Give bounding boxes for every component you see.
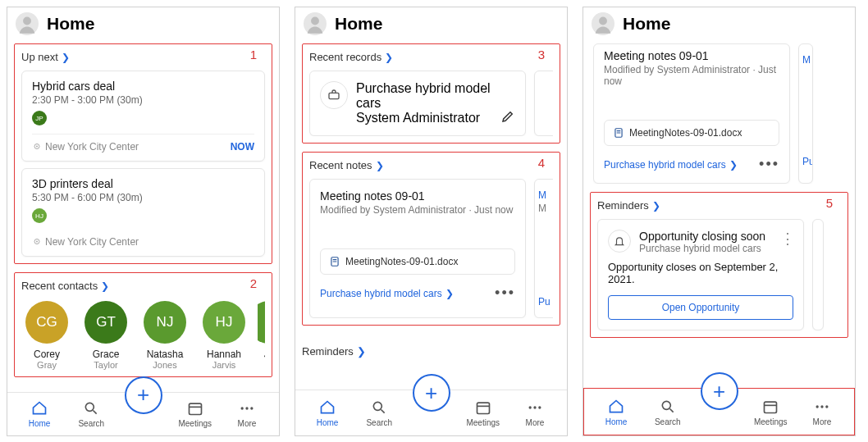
svg-point-6 xyxy=(86,403,94,412)
calendar-icon xyxy=(761,398,779,416)
svg-point-10 xyxy=(250,408,253,410)
search-icon xyxy=(370,399,388,417)
contact-avatar: HJ xyxy=(203,301,245,344)
location-row: New York City Center xyxy=(32,141,139,153)
annotation-1: 1 xyxy=(250,48,257,62)
upnext-title: 3D printers deal xyxy=(32,177,254,190)
device-screen-3: Home Meeting notes 09-01 Modified by Sys… xyxy=(582,7,856,436)
home-icon xyxy=(607,398,625,416)
page-title: Home xyxy=(47,14,94,34)
note-link[interactable]: Purchase hybrid model cars ❯ xyxy=(604,159,738,171)
svg-point-27 xyxy=(825,405,828,408)
note-attachment[interactable]: MeetingNotes-09-01.docx xyxy=(320,248,515,275)
nav-label: More xyxy=(526,418,545,427)
note-card[interactable]: Meeting notes 09-01 Modified by System A… xyxy=(309,179,526,318)
contact-first: Natasha xyxy=(147,349,184,360)
edit-icon[interactable] xyxy=(500,109,515,127)
search-icon xyxy=(82,399,100,417)
reminder-card[interactable]: ⋮ Opportunity closing soon Purchase hybr… xyxy=(597,219,804,330)
more-icon xyxy=(526,399,544,417)
svg-point-8 xyxy=(241,408,244,410)
chevron-right-icon: ❯ xyxy=(357,345,366,358)
note-link[interactable]: Purchase hybrid model cars ❯ xyxy=(320,288,454,299)
recent-records-header[interactable]: Recent records ❯ xyxy=(309,51,393,63)
up-next-header[interactable]: Up next ❯ xyxy=(21,51,70,63)
reminders-section: 5 Reminders ❯ ⋮ Opportunity closing soon… xyxy=(590,192,848,338)
bottom-nav-annotated: 6 Home Search Meetings xyxy=(583,388,855,435)
recent-notes-label: Recent notes xyxy=(309,159,372,171)
app-header: Home xyxy=(583,7,855,40)
annotation-3: 3 xyxy=(538,48,545,62)
reminders-header-peek[interactable]: Reminders ❯ xyxy=(302,345,366,358)
reminders-label: Reminders xyxy=(302,345,354,358)
more-menu-icon[interactable]: ••• xyxy=(495,285,515,302)
note-card-peek[interactable]: M Pu xyxy=(798,43,813,184)
user-avatar-icon[interactable] xyxy=(16,12,39,35)
contact-item[interactable]: NJ Natasha Jones xyxy=(139,301,190,370)
attendee-avatar: HJ xyxy=(32,208,47,223)
chevron-right-icon: ❯ xyxy=(445,288,454,299)
up-next-section: 1 Up next ❯ Hybrid cars deal 2:30 PM - 3… xyxy=(14,43,272,264)
recent-notes-section: 4 Recent notes ❯ Meeting notes 09-01 Mod… xyxy=(302,152,560,326)
note-title: Meeting notes 09-01 xyxy=(604,49,779,62)
more-icon xyxy=(238,399,256,417)
user-avatar-icon[interactable] xyxy=(304,12,327,35)
contact-avatar: CG xyxy=(25,301,68,344)
contact-last: Jarvis xyxy=(212,360,236,370)
nav-search[interactable]: Search xyxy=(647,398,688,426)
add-fab[interactable]: + xyxy=(701,372,738,410)
nav-more[interactable]: More xyxy=(514,399,555,427)
open-opportunity-button[interactable]: Open Opportunity xyxy=(608,295,793,320)
nav-meetings[interactable]: Meetings xyxy=(463,399,504,427)
location-icon xyxy=(32,237,42,247)
record-sub: System Administrator xyxy=(356,111,515,125)
nav-label: Search xyxy=(78,419,104,428)
kebab-menu-icon[interactable]: ⋮ xyxy=(780,230,795,248)
note-attachment[interactable]: MeetingNotes-09-01.docx xyxy=(604,120,779,146)
user-avatar-icon[interactable] xyxy=(592,12,614,35)
nav-home[interactable]: Home xyxy=(307,399,348,427)
nav-search[interactable]: Search xyxy=(359,399,400,427)
contact-item[interactable]: HJ Hannah Jarvis xyxy=(199,301,249,370)
svg-point-19 xyxy=(538,406,541,408)
svg-point-23 xyxy=(662,401,670,409)
nav-home[interactable]: Home xyxy=(596,398,637,426)
annotation-4: 4 xyxy=(538,156,545,170)
attachment-name: MeetingNotes-09-01.docx xyxy=(629,127,742,139)
note-modified: Modified by System Administrator · Just … xyxy=(320,204,515,216)
recent-notes-header[interactable]: Recent notes ❯ xyxy=(309,159,384,171)
note-link-text: Purchase hybrid model cars xyxy=(604,159,726,171)
upnext-card-1[interactable]: 3D printers deal 5:30 PM - 6:00 PM (30m)… xyxy=(21,168,265,257)
nav-meetings[interactable]: Meetings xyxy=(750,398,791,426)
reminder-card-peek[interactable] xyxy=(812,219,824,330)
upnext-card-0[interactable]: Hybrid cars deal 2:30 PM - 3:00 PM (30m)… xyxy=(21,71,265,162)
peek-link: Pu xyxy=(802,156,809,167)
page-title: Home xyxy=(623,14,670,34)
reminder-sub: Purchase hybrid model cars xyxy=(639,243,765,254)
reminders-header[interactable]: Reminders ❯ xyxy=(597,199,660,212)
nav-home[interactable]: Home xyxy=(19,399,60,428)
contact-first: Jo xyxy=(264,349,265,360)
nav-more[interactable]: More xyxy=(802,398,843,426)
nav-label: Meetings xyxy=(178,419,212,428)
location-icon xyxy=(32,142,42,152)
peek-title: M xyxy=(802,54,809,66)
record-card-peek[interactable] xyxy=(534,71,553,136)
more-menu-icon[interactable]: ••• xyxy=(759,156,779,173)
note-card[interactable]: Meeting notes 09-01 Modified by System A… xyxy=(593,43,790,184)
record-card[interactable]: Purchase hybrid model cars System Admini… xyxy=(309,71,526,136)
contact-last: Gray xyxy=(37,360,57,370)
more-icon xyxy=(813,398,831,416)
nav-meetings[interactable]: Meetings xyxy=(175,399,216,428)
location-text: New York City Center xyxy=(45,141,139,153)
contact-last: Jones xyxy=(153,360,176,370)
nav-search[interactable]: Search xyxy=(71,399,112,428)
add-fab[interactable]: + xyxy=(413,374,450,412)
contact-item[interactable]: CG Corey Gray xyxy=(21,301,72,370)
add-fab[interactable]: + xyxy=(125,376,162,414)
contact-item[interactable]: GT Grace Taylor xyxy=(80,301,131,370)
note-card-peek[interactable]: M M Pu xyxy=(534,179,553,318)
recent-contacts-header[interactable]: Recent contacts ❯ xyxy=(21,280,109,292)
contact-item-peek[interactable]: J Jo P xyxy=(258,301,265,370)
nav-more[interactable]: More xyxy=(226,399,267,428)
